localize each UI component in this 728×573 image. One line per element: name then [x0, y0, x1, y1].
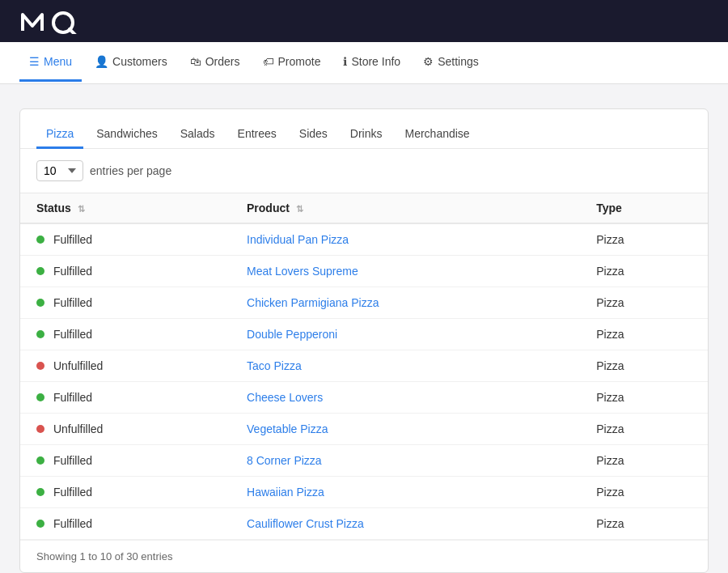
tab-sandwiches[interactable]: Sandwiches [87, 121, 167, 149]
main-content: Pizza Sandwiches Salads Entrees Sides Dr… [0, 84, 728, 573]
footer-text: Showing 1 to 10 of 30 entries [36, 550, 172, 562]
status-text: Fulfilled [53, 328, 92, 341]
status-text: Fulfilled [53, 486, 92, 499]
entries-per-page-select[interactable]: 5 10 25 50 100 [36, 160, 83, 181]
product-link[interactable]: Cheese Lovers [247, 391, 323, 404]
cell-product: Cheese Lovers [231, 382, 580, 414]
status-dot [36, 299, 44, 307]
status-text: Unfulfilled [53, 422, 103, 435]
table-row: Fulfilled 8 Corner Pizza Pizza [20, 445, 708, 477]
status-text: Fulfilled [53, 391, 92, 404]
product-link[interactable]: Vegetable Pizza [247, 422, 328, 435]
nav-label-settings: Settings [438, 55, 479, 68]
status-text: Fulfilled [53, 517, 92, 530]
navbar [0, 0, 728, 42]
nav-label-menu: Menu [44, 55, 72, 68]
cell-type: Pizza [580, 319, 708, 350]
table-row: Unfulfilled Vegetable Pizza Pizza [20, 414, 708, 445]
cell-status: Fulfilled [20, 477, 231, 508]
table-header-row: Status ⇅ Product ⇅ Type [20, 193, 708, 224]
status-dot [36, 456, 44, 465]
sort-icon-product: ⇅ [296, 204, 303, 214]
customers-icon: 👤 [95, 55, 108, 68]
table-row: Fulfilled Cheese Lovers Pizza [20, 382, 708, 414]
status-dot [36, 488, 44, 496]
col-header-product[interactable]: Product ⇅ [231, 193, 580, 224]
cell-status: Fulfilled [20, 223, 231, 256]
logo [19, 8, 84, 34]
product-link[interactable]: Hawaiian Pizza [247, 486, 324, 499]
products-table: Status ⇅ Product ⇅ Type Fulfilled [20, 193, 708, 540]
products-card: Pizza Sandwiches Salads Entrees Sides Dr… [19, 108, 709, 573]
status-text: Fulfilled [53, 265, 92, 278]
cell-product: Vegetable Pizza [231, 414, 580, 445]
top-navigation: ☰ Menu 👤 Customers 🛍 Orders 🏷 Promote ℹ … [0, 42, 728, 84]
nav-item-orders[interactable]: 🛍 Orders [180, 44, 250, 82]
nav-item-menu[interactable]: ☰ Menu [19, 44, 82, 82]
cell-product: Individual Pan Pizza [231, 223, 580, 256]
product-link[interactable]: Meat Lovers Supreme [247, 265, 358, 278]
status-dot [36, 362, 44, 370]
cell-status: Fulfilled [20, 319, 231, 350]
col-header-type: Type [580, 193, 708, 224]
tab-merchandise[interactable]: Merchandise [396, 121, 480, 149]
nav-item-customers[interactable]: 👤 Customers [85, 44, 177, 82]
nav-item-settings[interactable]: ⚙ Settings [413, 44, 489, 82]
cell-status: Fulfilled [20, 256, 231, 287]
cell-type: Pizza [580, 256, 708, 287]
product-link[interactable]: Individual Pan Pizza [247, 233, 349, 246]
cell-status: Unfulfilled [20, 414, 231, 445]
cell-type: Pizza [580, 445, 708, 477]
product-link[interactable]: 8 Corner Pizza [247, 454, 322, 467]
table-row: Fulfilled Individual Pan Pizza Pizza [20, 223, 708, 256]
product-link[interactable]: Double Pepperoni [247, 328, 337, 341]
cell-product: Double Pepperoni [231, 319, 580, 350]
status-dot [36, 236, 44, 244]
nav-item-store-info[interactable]: ℹ Store Info [333, 44, 410, 82]
tab-entrees[interactable]: Entrees [228, 121, 286, 149]
cell-type: Pizza [580, 414, 708, 445]
settings-icon: ⚙ [423, 55, 434, 68]
cell-type: Pizza [580, 287, 708, 319]
table-row: Fulfilled Double Pepperoni Pizza [20, 319, 708, 350]
table-row: Unfulfilled Taco Pizza Pizza [20, 350, 708, 382]
table-row: Fulfilled Chicken Parmigiana Pizza Pizza [20, 287, 708, 319]
nav-label-store-info: Store Info [351, 55, 400, 68]
cell-type: Pizza [580, 223, 708, 256]
promote-icon: 🏷 [263, 55, 274, 68]
col-header-status[interactable]: Status ⇅ [20, 193, 231, 224]
product-link[interactable]: Taco Pizza [247, 359, 302, 372]
tab-drinks[interactable]: Drinks [341, 121, 392, 149]
cell-product: Chicken Parmigiana Pizza [231, 287, 580, 319]
status-text: Fulfilled [53, 296, 92, 309]
cell-type: Pizza [580, 508, 708, 540]
status-dot [36, 520, 44, 528]
tab-salads[interactable]: Salads [171, 121, 225, 149]
nav-item-promote[interactable]: 🏷 Promote [253, 44, 331, 82]
cell-type: Pizza [580, 350, 708, 382]
cell-product: Meat Lovers Supreme [231, 256, 580, 287]
status-dot [36, 267, 44, 275]
nav-label-orders: Orders [205, 55, 240, 68]
nav-label-customers: Customers [112, 55, 167, 68]
cell-product: 8 Corner Pizza [231, 445, 580, 477]
menu-icon: ☰ [29, 55, 40, 68]
entries-per-page-row: 5 10 25 50 100 entries per page [20, 149, 708, 193]
status-dot [36, 393, 44, 401]
table-row: Fulfilled Meat Lovers Supreme Pizza [20, 256, 708, 287]
table-row: Fulfilled Cauliflower Crust Pizza Pizza [20, 508, 708, 540]
tab-pizza[interactable]: Pizza [36, 121, 83, 149]
product-link[interactable]: Chicken Parmigiana Pizza [247, 296, 379, 309]
cell-status: Unfulfilled [20, 350, 231, 382]
cell-status: Fulfilled [20, 445, 231, 477]
cell-status: Fulfilled [20, 508, 231, 540]
status-dot [36, 330, 44, 338]
cell-type: Pizza [580, 477, 708, 508]
cell-product: Taco Pizza [231, 350, 580, 382]
status-text: Unfulfilled [53, 359, 103, 372]
tab-sides[interactable]: Sides [290, 121, 337, 149]
cell-product: Cauliflower Crust Pizza [231, 508, 580, 540]
nav-label-promote: Promote [278, 55, 321, 68]
orders-icon: 🛍 [190, 55, 201, 68]
product-link[interactable]: Cauliflower Crust Pizza [247, 517, 364, 530]
